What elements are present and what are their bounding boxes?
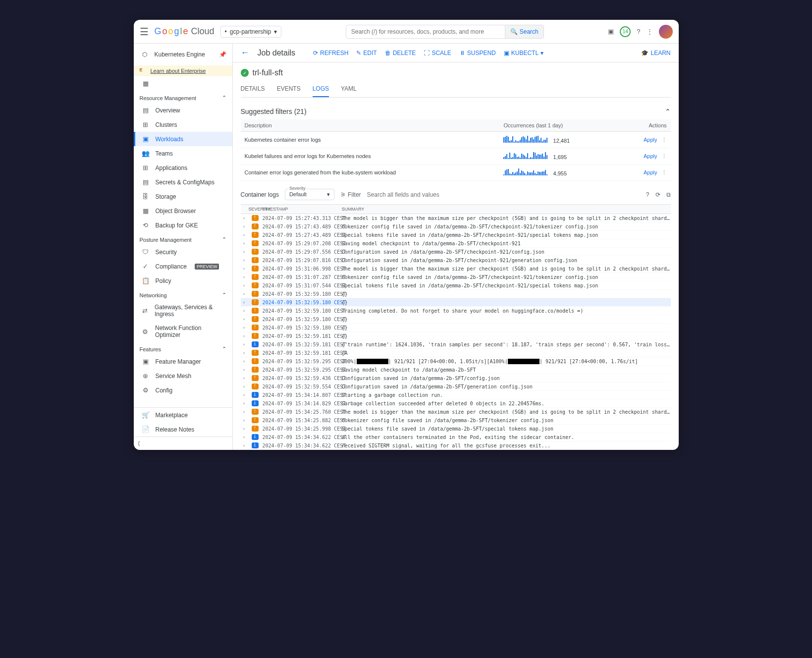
log-row[interactable]: ›!2024-07-09 15:29:07.816 CESTConfigurat… xyxy=(241,256,671,265)
log-row[interactable]: ›!2024-07-09 15:32:59.180 CESTTraining c… xyxy=(241,307,671,315)
trial-badge[interactable]: 14 xyxy=(620,26,631,37)
apply-button[interactable]: Apply xyxy=(644,169,657,175)
filter-input[interactable] xyxy=(367,191,640,198)
log-row[interactable]: ›!2024-07-09 15:32:59.180 CEST{} xyxy=(241,298,671,307)
suspend-button[interactable]: ⏸SUSPEND xyxy=(459,50,496,56)
expand-icon[interactable]: › xyxy=(241,241,248,246)
avatar[interactable] xyxy=(659,25,673,39)
log-row[interactable]: ›!2024-07-09 15:27:43.313 CESTThe model … xyxy=(241,214,671,222)
sidebar-compliance[interactable]: ✓CompliancePREVIEW xyxy=(134,259,232,274)
log-row[interactable]: ›!2024-07-09 15:31:07.287 CESTtokenizer … xyxy=(241,273,671,281)
expand-icon[interactable]: › xyxy=(241,350,248,355)
edit-button[interactable]: ✎EDIT xyxy=(356,50,377,56)
sidebar-object-browser[interactable]: ▦Object Browser xyxy=(134,204,232,218)
severity-select[interactable]: Severity Default ▾ xyxy=(285,189,334,200)
sidebar-config[interactable]: ⚙Config xyxy=(134,383,232,397)
log-row[interactable]: ›!2024-07-09 15:32:59.180 CEST{} xyxy=(241,290,671,298)
sidebar-feature-manager[interactable]: ▣Feature Manager xyxy=(134,354,232,369)
sidebar-release-notes[interactable]: 📄Release Notes xyxy=(134,422,232,437)
expand-icon[interactable]: › xyxy=(241,249,248,254)
tab-events[interactable]: EVENTS xyxy=(277,81,301,97)
expand-icon[interactable]: › xyxy=(241,443,248,448)
help-icon[interactable]: ? xyxy=(646,191,650,198)
expand-icon[interactable]: › xyxy=(241,232,248,237)
expand-icon[interactable]: › xyxy=(241,266,248,271)
search-input[interactable] xyxy=(346,25,505,38)
expand-icon[interactable]: › xyxy=(241,300,248,305)
expand-icon[interactable]: › xyxy=(241,426,248,431)
expand-icon[interactable]: › xyxy=(241,283,248,288)
sidebar-backup[interactable]: ⟲Backup for GKE xyxy=(134,218,232,232)
more-icon[interactable]: ⋮ xyxy=(647,28,653,35)
log-row[interactable]: ›i2024-07-09 15:34:14.829 CESTGarbage co… xyxy=(241,399,671,408)
log-row[interactable]: ›!2024-07-09 15:29:07.556 CESTConfigurat… xyxy=(241,248,671,256)
menu-icon[interactable]: ☰ xyxy=(140,26,149,38)
apply-button[interactable]: Apply xyxy=(644,137,657,143)
expand-icon[interactable]: › xyxy=(241,418,248,423)
terminal-icon[interactable]: ▣ xyxy=(608,28,614,35)
search-button[interactable]: 🔍 Search xyxy=(505,25,543,38)
more-icon[interactable]: ⋮ xyxy=(661,169,667,175)
sidebar-overview[interactable]: ▤Overview xyxy=(134,103,232,117)
log-row[interactable]: ›!2024-07-09 15:32:59.436 CESTConfigurat… xyxy=(241,374,671,383)
filter-icon[interactable]: ⚞ Filter xyxy=(340,191,361,198)
expand-icon[interactable]: › xyxy=(241,409,248,414)
sidebar-storage[interactable]: 🗄Storage xyxy=(134,189,232,204)
scale-button[interactable]: ⛶SCALE xyxy=(424,50,451,56)
sidebar-teams[interactable]: 👥Teams xyxy=(134,146,232,161)
expand-icon[interactable]: › xyxy=(241,258,248,263)
expand-icon[interactable]: › xyxy=(241,367,248,372)
expand-icon[interactable]: › xyxy=(241,435,248,439)
sidebar-clusters[interactable]: ⊞Clusters xyxy=(134,117,232,132)
log-row[interactable]: ›!2024-07-09 15:34:25.760 CESTThe model … xyxy=(241,408,671,416)
back-button[interactable]: ← xyxy=(241,48,250,58)
log-row[interactable]: ›!2024-07-09 15:27:43.489 CESTtokenizer … xyxy=(241,222,671,231)
log-row[interactable]: ›!2024-07-09 15:31:07.544 CESTSpecial to… xyxy=(241,281,671,290)
tab-logs[interactable]: LOGS xyxy=(313,81,329,97)
expand-icon[interactable]: › xyxy=(241,333,248,338)
log-row[interactable]: ›!2024-07-09 15:32:59.180 CEST{} xyxy=(241,315,671,324)
help-icon[interactable]: ? xyxy=(637,28,640,35)
refresh-button[interactable]: ⟳REFRESH xyxy=(313,50,348,56)
more-icon[interactable]: ⋮ xyxy=(661,153,667,159)
sidebar-nfo[interactable]: ⚙Network Function Optimizer xyxy=(134,321,232,342)
expand-icon[interactable]: › xyxy=(241,308,248,313)
tab-yaml[interactable]: YAML xyxy=(341,81,357,97)
kubectl-button[interactable]: ▣KUBECTL ▾ xyxy=(504,50,543,56)
sidebar-service-mesh[interactable]: ⊕Service Mesh xyxy=(134,369,232,383)
expand-icon[interactable]: › xyxy=(241,291,248,296)
sidebar-gateways[interactable]: ⇄Gateways, Services & Ingress xyxy=(134,300,232,321)
log-row[interactable]: ›!2024-07-09 15:32:59.295 CESTSaving mod… xyxy=(241,366,671,374)
expand-icon[interactable]: › xyxy=(241,384,248,389)
sidebar-applications[interactable]: ⊞Applications xyxy=(134,161,232,175)
learn-enterprise-banner[interactable]: ELearn about Enterprise xyxy=(134,65,232,76)
expand-icon[interactable]: › xyxy=(241,216,248,220)
log-row[interactable]: ›!2024-07-09 15:34:25.882 CESTtokenizer … xyxy=(241,416,671,425)
sidebar-marketplace[interactable]: 🛒Marketplace xyxy=(134,408,232,422)
sidebar-secrets[interactable]: ▤Secrets & ConfigMaps xyxy=(134,175,232,189)
open-external-icon[interactable]: ⧉ xyxy=(666,191,671,198)
more-icon[interactable]: ⋮ xyxy=(661,137,667,143)
reload-icon[interactable]: ⟳ xyxy=(655,191,660,198)
log-row[interactable]: ›!2024-07-09 15:29:07.208 CESTSaving mod… xyxy=(241,239,671,248)
section-resource[interactable]: Resource Management⌃ xyxy=(134,91,232,103)
expand-icon[interactable]: › xyxy=(241,401,248,406)
expand-icon[interactable]: › xyxy=(241,376,248,381)
log-row[interactable]: ›!2024-07-09 15:31:06.998 CESTThe model … xyxy=(241,265,671,273)
section-posture[interactable]: Posture Management⌃ xyxy=(134,232,232,245)
expand-icon[interactable]: › xyxy=(241,224,248,229)
collapse-sidebar[interactable]: ⟨ xyxy=(134,437,232,450)
project-picker[interactable]: •gcp-partnership▾ xyxy=(220,26,282,38)
log-row[interactable]: ›i2024-07-09 15:34:34.622 CESTall the ot… xyxy=(241,433,671,441)
expand-icon[interactable]: › xyxy=(241,359,248,364)
expand-icon[interactable]: › xyxy=(241,325,248,330)
expand-icon[interactable]: › xyxy=(241,392,248,397)
apply-button[interactable]: Apply xyxy=(644,153,657,159)
sidebar-all-fleets[interactable]: ▦ xyxy=(134,76,232,91)
expand-icon[interactable]: › xyxy=(241,342,248,347)
sidebar-policy[interactable]: 📋Policy xyxy=(134,274,232,288)
section-features[interactable]: Features⌃ xyxy=(134,342,232,354)
log-row[interactable]: ›!2024-07-09 15:34:25.998 CESTSpecial to… xyxy=(241,425,671,433)
log-row[interactable]: ›!2024-07-09 15:32:59.181 CEST{} xyxy=(241,332,671,340)
delete-button[interactable]: 🗑DELETE xyxy=(385,50,416,56)
